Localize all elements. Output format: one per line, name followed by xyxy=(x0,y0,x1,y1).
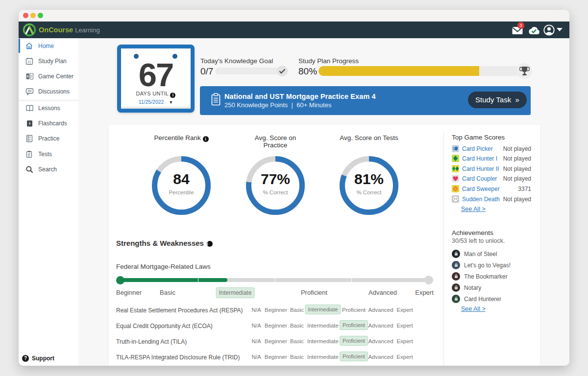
svg-text:21: 21 xyxy=(27,60,31,64)
